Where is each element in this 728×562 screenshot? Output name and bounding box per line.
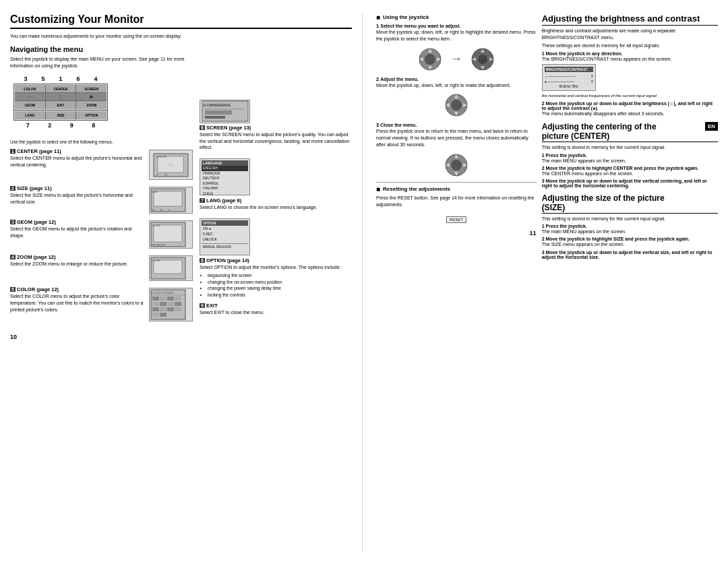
menu-lang-row: LANG SIZE OPTION bbox=[15, 111, 107, 119]
brightness-section: Adjusting the brightness and contrast Br… bbox=[542, 13, 718, 117]
reset-section: ■ Resetting the adjustments Press the RE… bbox=[376, 185, 537, 224]
joystick-step-3: 3 Close the menu. Press the joystick onc… bbox=[376, 122, 537, 148]
center-memory: This setting is stored in memory for the… bbox=[542, 144, 718, 151]
size-header: Adjusting the size of the picture(SIZE) bbox=[542, 193, 718, 214]
center-screen-diagram: ⬚ CENTER 75 75 bbox=[149, 150, 193, 180]
svg-text:COLOR SCREEN: COLOR SCREEN bbox=[152, 291, 173, 294]
geom-screen-diagram: GEOM ROTATION bbox=[149, 220, 193, 249]
svg-rect-7 bbox=[154, 191, 182, 206]
svg-text:ZOOM: ZOOM bbox=[152, 259, 160, 262]
menu-bottom-row: GEOM EXIT ZOOM bbox=[15, 101, 107, 109]
svg-rect-33 bbox=[175, 307, 181, 311]
svg-rect-27 bbox=[160, 302, 166, 306]
svg-rect-13 bbox=[154, 225, 182, 242]
size-memory: This setting is stored in memory for the… bbox=[542, 216, 718, 222]
nav-section-title: Navigating the menu bbox=[10, 45, 193, 53]
joystick-illustration-1: → bbox=[376, 46, 537, 73]
center-step-2: 2 Move the joystick to highlight CENTER … bbox=[542, 166, 718, 177]
svg-point-42 bbox=[425, 54, 435, 65]
reset-text: Press the RESET button. See page 14 for … bbox=[376, 195, 537, 208]
page-num-left: 10 bbox=[10, 327, 193, 340]
page-title: Customizing Your Monitor bbox=[10, 13, 352, 29]
joystick-step-3-text: Press the joystick once to return to the… bbox=[376, 128, 537, 148]
svg-rect-32 bbox=[167, 307, 174, 311]
svg-rect-40 bbox=[205, 116, 225, 119]
joystick-svg-2 bbox=[469, 46, 496, 73]
reset-button-area: RESET bbox=[376, 213, 537, 223]
using-joystick-section: ■ Using the joystick 1 Select the menu y… bbox=[376, 13, 537, 179]
svg-rect-23 bbox=[160, 296, 166, 301]
menu-item-9-desc: Select EXIT to close the menu. bbox=[200, 309, 352, 316]
menu-item-8-desc: Select OPTION to adjust the monitor's op… bbox=[200, 264, 352, 271]
menu-item-1: ⬚ CENTER 75 75 1 CENTER (page 11) Select… bbox=[10, 148, 193, 181]
svg-rect-25 bbox=[175, 296, 181, 301]
menu-header-row: COLOR CENTER SCREEN bbox=[15, 85, 107, 93]
svg-text:75: 75 bbox=[164, 173, 168, 177]
center-title: Adjusting the centering of thepicture (C… bbox=[542, 122, 702, 142]
svg-rect-35 bbox=[160, 313, 166, 317]
menu-item-8: OPTION ON ● 5 SEC UNLOCK MANUAL DEGAUSS … bbox=[200, 216, 352, 299]
option-sub-items: degaussing the screen changing the on-sc… bbox=[200, 272, 352, 299]
menu-middle-row: ←→ ⬚ ▦ bbox=[15, 93, 107, 101]
svg-rect-39 bbox=[205, 111, 232, 115]
right-page: ■ Using the joystick 1 Select the menu y… bbox=[369, 13, 718, 552]
reset-button-label: RESET bbox=[446, 216, 466, 223]
svg-rect-22 bbox=[152, 296, 159, 301]
svg-rect-21 bbox=[152, 294, 185, 296]
svg-rect-24 bbox=[167, 296, 174, 301]
right-page-number-container: 11 bbox=[376, 223, 537, 237]
menu-top-numbers: 3 5 1 6 4 bbox=[13, 75, 108, 82]
svg-rect-28 bbox=[167, 302, 174, 306]
menu-item-7: LANGUAGE ENGLISH FRANÇAIS DEUTSCH ESPAÑO… bbox=[200, 156, 352, 212]
left-content: Navigating the menu Select the joystick … bbox=[10, 41, 352, 552]
joystick-step-2: 2 Adjust the menu. Move the joystick up,… bbox=[376, 76, 537, 89]
svg-text:75: 75 bbox=[156, 173, 159, 177]
reset-header: ■ Resetting the adjustments bbox=[376, 185, 537, 193]
option-screen-diagram: OPTION ON ● 5 SEC UNLOCK MANUAL DEGAUSS bbox=[200, 218, 250, 255]
zoom-screen-diagram: ZOOM bbox=[149, 255, 193, 281]
menu-item-2: SIZE 10 20 0 2 SIZE (page 11) Select the… bbox=[10, 185, 193, 215]
intro-text: You can make numerous adjustments to you… bbox=[10, 33, 352, 40]
menu-item-8-title: 8 OPTION (page 14) bbox=[200, 257, 352, 263]
brightness-freq-note: the horizontal and vertical frequencies … bbox=[542, 93, 718, 98]
menu-item-7-title: 7 LANG (page 8) bbox=[200, 197, 352, 204]
svg-rect-30 bbox=[152, 307, 159, 311]
size-screen-diagram: SIZE 10 20 0 bbox=[149, 187, 193, 214]
svg-rect-26 bbox=[152, 302, 159, 306]
size-diagram-svg: SIZE 10 20 0 bbox=[150, 187, 187, 213]
brightness-screen-diagram: BRIGHTNESS/CONTRAST ☼ ———————— 3 ● —————… bbox=[542, 64, 596, 91]
menu-item-7-desc: Select LANG to choose the on-screen menu… bbox=[200, 204, 352, 211]
brightness-step-1: 1 Move the joystick in any direction. Th… bbox=[542, 51, 718, 62]
size-section: Adjusting the size of the picture(SIZE) … bbox=[542, 193, 718, 259]
menu-box: COLOR CENTER SCREEN ←→ ⬚ ▦ GEOM EXIT bbox=[13, 84, 108, 111]
size-step-3: 3 Move the joystick up or down to adjust… bbox=[542, 250, 718, 259]
joystick-step-1: 1 Select the menu you want to adjust. Mo… bbox=[376, 23, 537, 42]
left-page: Customizing Your Monitor You can make nu… bbox=[10, 13, 363, 552]
zoom-diagram-svg: ZOOM bbox=[150, 256, 187, 280]
svg-rect-29 bbox=[175, 302, 181, 306]
menu-item-6-title: 6 SCREEN (page 13) bbox=[200, 125, 352, 131]
color-screen-diagram: COLOR SCREEN bbox=[149, 288, 193, 321]
svg-text:H CONVERGENCE: H CONVERGENCE bbox=[204, 104, 231, 107]
menu-item-6: H CONVERGENCE 6 SCREEN (page 13) Select … bbox=[200, 98, 352, 152]
joystick-step-1-text: Move the joystick up, down, left, or rig… bbox=[376, 29, 537, 42]
svg-text:SIZE: SIZE bbox=[152, 190, 158, 193]
center-section: Adjusting the centering of thepicture (C… bbox=[542, 122, 718, 188]
svg-text:ROTATION: ROTATION bbox=[152, 243, 165, 247]
joystick-svg-1 bbox=[417, 46, 444, 73]
svg-point-60 bbox=[451, 160, 462, 170]
svg-text:20: 20 bbox=[160, 208, 163, 212]
en-badge: EN bbox=[705, 122, 718, 131]
joystick-text: Use the joystick to select one of the fo… bbox=[10, 139, 193, 145]
svg-rect-31 bbox=[160, 307, 166, 311]
center-step-3: 3 Move the joystick up or down to adjust… bbox=[542, 179, 718, 188]
right-column-2: Adjusting the brightness and contrast Br… bbox=[542, 13, 718, 552]
joystick-illustration-3 bbox=[376, 152, 537, 179]
menu-item-9-title: 9 EXIT bbox=[200, 303, 352, 309]
page-container: Customizing Your Monitor You can make nu… bbox=[0, 0, 728, 562]
menu-box-2: LANG SIZE OPTION bbox=[13, 111, 108, 121]
menu-diagram-container: 3 5 1 6 4 COLOR CENTER SCREEN bbox=[13, 75, 108, 129]
menu-item-9: 9 EXIT Select EXIT to close the menu. bbox=[200, 303, 352, 317]
menu-item-4: ZOOM 4 ZOOM (page 12) Select the ZOOM me… bbox=[10, 254, 193, 282]
joystick-illustration-2 bbox=[376, 92, 537, 119]
